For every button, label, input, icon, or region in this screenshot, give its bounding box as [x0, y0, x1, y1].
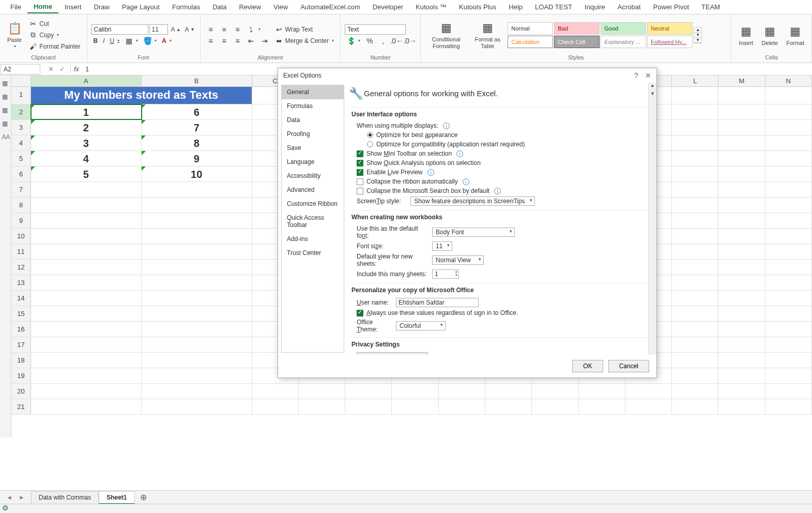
name-box[interactable]: A2	[0, 64, 40, 74]
cell-F20[interactable]	[392, 384, 438, 399]
increase-font-button[interactable]: A▴	[169, 25, 182, 34]
merge-center-button[interactable]: ⬌Merge & Center▾	[273, 36, 336, 46]
cell-L4[interactable]	[672, 135, 718, 150]
styles-down-button[interactable]: ▼	[694, 33, 701, 38]
cell-M1[interactable]	[718, 87, 765, 104]
cell-L2[interactable]	[672, 104, 718, 119]
ok-button[interactable]: OK	[572, 360, 603, 372]
italic-button[interactable]: I	[101, 36, 106, 46]
sheet-nav-first[interactable]: ◄	[4, 493, 14, 502]
dialog-nav-accessibility[interactable]: Accessibility	[282, 169, 344, 183]
cell-D20[interactable]	[299, 384, 345, 399]
tab-kutools-[interactable]: Kutools ™	[409, 1, 453, 13]
cell-L21[interactable]	[672, 399, 718, 414]
fill-color-button[interactable]: 🪣▾	[141, 36, 159, 46]
row-header-11[interactable]: 11	[11, 244, 31, 259]
cell-N5[interactable]	[765, 151, 812, 166]
wrap-text-button[interactable]: ↩Wrap Text	[273, 24, 336, 35]
row-header-10[interactable]: 10	[11, 229, 31, 244]
cut-button[interactable]: ✂Cut	[27, 19, 82, 29]
office-theme-combo[interactable]: Colorful	[396, 321, 446, 330]
chk-quick-analysis[interactable]	[357, 160, 363, 167]
cell-M9[interactable]	[718, 213, 765, 228]
radio-best-appearance[interactable]	[367, 132, 373, 138]
cell-M7[interactable]	[718, 182, 765, 197]
delete-cells-button[interactable]: ▦Delete	[758, 17, 781, 53]
cell-M14[interactable]	[718, 291, 765, 306]
cell-B2[interactable]: 6	[142, 104, 252, 119]
cell-N7[interactable]	[765, 182, 812, 197]
tab-page-layout[interactable]: Page Layout	[116, 1, 166, 13]
cell-N13[interactable]	[765, 275, 812, 290]
decrease-decimal-button[interactable]: .0→	[404, 36, 416, 46]
cell-N12[interactable]	[765, 260, 812, 275]
cell-M20[interactable]	[718, 384, 765, 399]
row-header-9[interactable]: 9	[11, 213, 31, 228]
cell-M8[interactable]	[718, 198, 765, 213]
fx-icon[interactable]: fx	[71, 65, 82, 73]
cell-L3[interactable]	[672, 120, 718, 135]
privacy-settings-button[interactable]: Privacy Settings...	[357, 352, 428, 355]
dialog-nav-trust-center[interactable]: Trust Center	[282, 246, 344, 260]
dialog-nav-customize-ribbon[interactable]: Customize Ribbon	[282, 197, 344, 211]
style-check-cell[interactable]: Check Cell	[554, 36, 600, 48]
bold-button[interactable]: B	[91, 36, 100, 46]
cell-L15[interactable]	[672, 306, 718, 321]
cell-M2[interactable]	[718, 104, 765, 119]
cell-C21[interactable]	[252, 399, 299, 414]
username-input[interactable]: Ehtisham Safdar	[396, 298, 479, 307]
chk-mini-toolbar[interactable]	[357, 150, 363, 157]
cell-N9[interactable]	[765, 213, 812, 228]
cell-M11[interactable]	[718, 244, 765, 259]
cell-B21[interactable]	[142, 399, 252, 414]
row-header-7[interactable]: 7	[11, 182, 31, 197]
info-icon[interactable]: i	[427, 169, 434, 176]
cell-N10[interactable]	[765, 229, 812, 244]
cancel-button[interactable]: Cancel	[608, 360, 649, 372]
cell-L13[interactable]	[672, 275, 718, 290]
cell-L8[interactable]	[672, 198, 718, 213]
cell-B8[interactable]	[142, 198, 252, 213]
row-header-3[interactable]: 3	[11, 120, 31, 135]
decrease-indent-button[interactable]: ⇤	[245, 36, 257, 46]
row-header-13[interactable]: 13	[11, 275, 31, 290]
dialog-help-button[interactable]: ?	[634, 71, 638, 80]
dialog-nav-add-ins[interactable]: Add-ins	[282, 232, 344, 246]
cell-A13[interactable]	[31, 275, 142, 290]
styles-up-button[interactable]: ▲	[694, 27, 701, 33]
cell-N16[interactable]	[765, 322, 812, 337]
row-header-18[interactable]: 18	[11, 353, 31, 368]
cell-L18[interactable]	[672, 353, 718, 368]
cell-M13[interactable]	[718, 275, 765, 290]
chk-collapse-search[interactable]	[357, 188, 363, 194]
cell-L1[interactable]	[672, 87, 718, 104]
align-top-button[interactable]: ≡	[205, 24, 217, 35]
tab-file[interactable]: File	[4, 1, 27, 13]
cell-B13[interactable]	[142, 275, 252, 290]
gutter-icon-4[interactable]: ▦	[2, 120, 9, 127]
cell-J20[interactable]	[579, 384, 625, 399]
cell-M17[interactable]	[718, 337, 765, 352]
cell-N8[interactable]	[765, 198, 812, 213]
cell-B19[interactable]	[142, 368, 252, 383]
cell-A14[interactable]	[31, 291, 142, 306]
dialog-nav-data[interactable]: Data	[282, 113, 344, 127]
tab-power-pivot[interactable]: Power Pivot	[647, 1, 695, 13]
comma-button[interactable]: ,	[377, 36, 389, 46]
tab-insert[interactable]: Insert	[58, 1, 88, 13]
align-bottom-button[interactable]: ≡	[232, 24, 244, 35]
row-header-12[interactable]: 12	[11, 260, 31, 275]
row-header-14[interactable]: 14	[11, 291, 31, 306]
cell-L6[interactable]	[672, 167, 718, 182]
cell-A12[interactable]	[31, 260, 142, 275]
cell-B16[interactable]	[142, 322, 252, 337]
conditional-formatting-button[interactable]: ▦ Conditional Formatting	[425, 17, 467, 53]
chk-always-values[interactable]	[357, 310, 363, 316]
cell-M4[interactable]	[718, 135, 765, 150]
sheets-count-spinner[interactable]: 1	[432, 269, 459, 279]
col-header-B[interactable]: B	[142, 76, 252, 86]
underline-button[interactable]: U▾	[108, 36, 122, 46]
info-icon[interactable]: i	[456, 150, 463, 157]
chk-collapse-ribbon[interactable]	[357, 178, 363, 185]
format-painter-button[interactable]: 🖌Format Painter	[27, 41, 82, 52]
